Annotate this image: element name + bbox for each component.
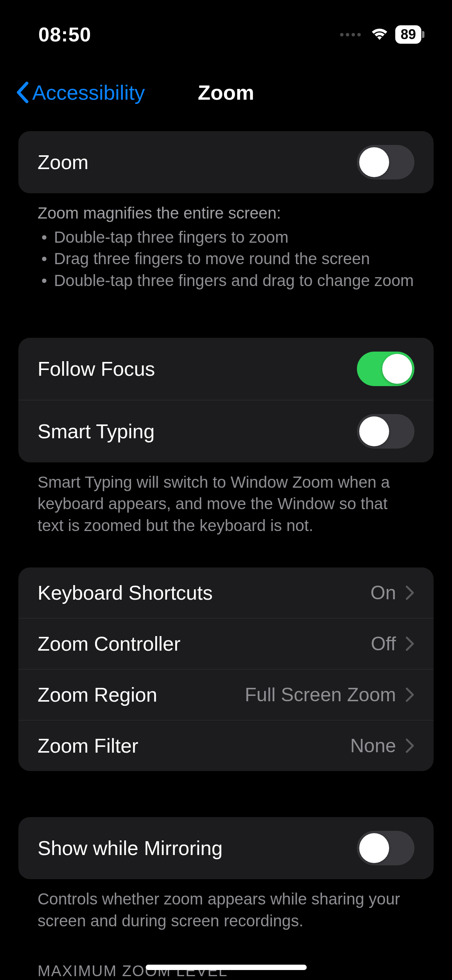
keyboard-shortcuts-row[interactable]: Keyboard Shortcuts On: [18, 567, 434, 618]
zoom-row[interactable]: Zoom: [18, 131, 434, 193]
wifi-icon: [371, 28, 388, 41]
zoom-toggle-group: Zoom: [18, 131, 434, 193]
status-bar: 08:50 89: [0, 0, 452, 58]
toggle-knob: [359, 147, 389, 177]
page-title: Zoom: [198, 81, 254, 104]
home-indicator[interactable]: [146, 965, 307, 970]
chevron-right-icon: [405, 636, 414, 651]
mirroring-group: Show while Mirroring: [18, 817, 434, 879]
chevron-right-icon: [405, 738, 414, 753]
smart-typing-label: Smart Typing: [38, 420, 155, 443]
zoom-bullet-1: Double-tap three fingers to zoom: [54, 227, 289, 248]
smart-typing-toggle[interactable]: [357, 414, 414, 449]
toggle-knob: [359, 416, 389, 446]
zoom-filter-value: None: [350, 735, 396, 757]
toggle-knob: [382, 354, 412, 384]
follow-focus-toggle[interactable]: [357, 352, 414, 386]
zoom-controller-row[interactable]: Zoom Controller Off: [18, 618, 434, 669]
battery-indicator: 89: [395, 25, 421, 44]
zoom-bullet-2: Drag three fingers to move round the scr…: [54, 248, 370, 270]
smart-typing-row[interactable]: Smart Typing: [18, 400, 434, 462]
status-time: 08:50: [38, 23, 91, 46]
zoom-region-value: Full Screen Zoom: [245, 684, 396, 706]
chevron-right-icon: [405, 585, 414, 600]
back-label: Accessibility: [32, 81, 145, 104]
keyboard-shortcuts-label: Keyboard Shortcuts: [38, 581, 213, 604]
chevron-right-icon: [405, 687, 414, 702]
status-indicators: 89: [340, 25, 421, 44]
smart-typing-footer: Smart Typing will switch to Window Zoom …: [18, 462, 434, 537]
chevron-left-icon: [15, 82, 29, 103]
keyboard-shortcuts-value: On: [370, 582, 396, 604]
zoom-region-row[interactable]: Zoom Region Full Screen Zoom: [18, 669, 434, 720]
zoom-footer: Zoom magnifies the entire screen: •Doubl…: [18, 193, 434, 292]
zoom-footer-lead: Zoom magnifies the entire screen:: [38, 202, 414, 224]
show-while-mirroring-row[interactable]: Show while Mirroring: [18, 817, 434, 879]
follow-focus-label: Follow Focus: [38, 357, 155, 380]
mirroring-footer: Controls whether zoom appears while shar…: [18, 879, 434, 932]
back-button[interactable]: Accessibility: [15, 81, 145, 104]
zoom-filter-row[interactable]: Zoom Filter None: [18, 720, 434, 771]
nav-rows-group: Keyboard Shortcuts On Zoom Controller Of…: [18, 567, 434, 771]
focus-typing-group: Follow Focus Smart Typing: [18, 338, 434, 462]
zoom-label: Zoom: [38, 151, 89, 174]
follow-focus-row[interactable]: Follow Focus: [18, 338, 434, 400]
zoom-controller-label: Zoom Controller: [38, 632, 181, 655]
device-frame: 08:50 89 Accessibility Zoom Zoom: [0, 0, 452, 980]
toggle-knob: [359, 833, 389, 863]
status-dots-icon: [340, 33, 361, 36]
zoom-controller-value: Off: [371, 633, 396, 655]
zoom-toggle[interactable]: [357, 145, 414, 179]
zoom-filter-label: Zoom Filter: [38, 734, 138, 757]
zoom-region-label: Zoom Region: [38, 683, 157, 706]
show-while-mirroring-toggle[interactable]: [357, 831, 414, 865]
zoom-bullet-3: Double-tap three fingers and drag to cha…: [54, 270, 414, 292]
navigation-bar: Accessibility Zoom: [0, 58, 452, 131]
show-while-mirroring-label: Show while Mirroring: [38, 837, 223, 860]
